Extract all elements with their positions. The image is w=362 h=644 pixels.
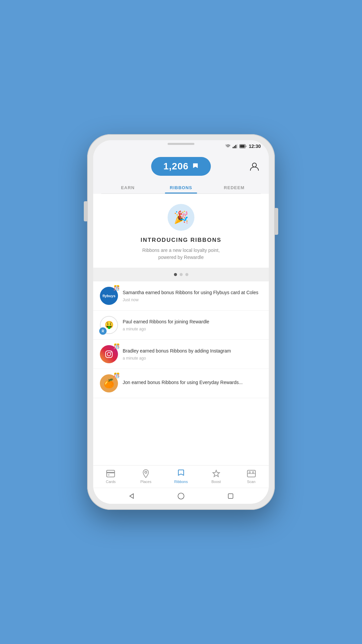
svg-rect-11 xyxy=(107,472,115,473)
svg-rect-21 xyxy=(228,494,233,498)
activity-item: 🍊 🎊 Jon earned bonus Ribbons for using E… xyxy=(93,369,269,398)
nav-places[interactable]: Places xyxy=(136,469,156,484)
wifi-icon xyxy=(225,144,231,148)
dot-2 xyxy=(180,273,183,276)
tab-bar: EARN RIBBONS REDEEM xyxy=(101,181,261,194)
rewardle-avatar: 🤑 R xyxy=(100,316,118,334)
bonus-emoji-3: 🎊 xyxy=(113,343,120,350)
activity-time-3: a minute ago xyxy=(123,356,262,361)
bottom-nav: Cards Places Ribbons xyxy=(93,465,269,488)
points-value: 1,206 xyxy=(163,161,188,172)
cards-icon xyxy=(106,469,115,478)
activity-text-1: Samantha earned bonus Ribbons for using … xyxy=(123,289,262,302)
activity-time-1: Just now xyxy=(123,298,262,302)
battery-icon xyxy=(239,144,247,148)
intro-title: INTRODUCING RIBBONS xyxy=(140,237,221,244)
activity-item: 🎊 Bradley earned bonus Ribbons by adding… xyxy=(93,340,269,369)
scan-icon xyxy=(247,469,256,478)
svg-rect-10 xyxy=(107,470,115,477)
svg-rect-2 xyxy=(235,145,236,148)
instagram-avatar: 🎊 xyxy=(100,345,118,363)
tab-ribbons[interactable]: RIBBONS xyxy=(155,181,208,194)
svg-rect-17 xyxy=(249,472,250,473)
instagram-logo xyxy=(104,350,114,359)
activity-message-3: Bradley earned bonus Ribbons by adding I… xyxy=(123,348,262,355)
activity-item: 🤑 R Paul earned Ribbons for joining Rewa… xyxy=(93,311,269,340)
activity-text-2: Paul earned Ribbons for joining Rewardle… xyxy=(123,319,262,331)
places-label: Places xyxy=(140,480,152,484)
svg-rect-5 xyxy=(240,145,245,148)
intro-card: 🎉 INTRODUCING RIBBONS Ribbons are a new … xyxy=(93,194,269,268)
activity-list: flybuys 🎊 Samantha earned bonus Ribbons … xyxy=(93,281,269,465)
back-button[interactable] xyxy=(127,491,136,501)
activity-item: flybuys 🎊 Samantha earned bonus Ribbons … xyxy=(93,281,269,311)
activity-text-4: Jon earned bonus Ribbons for using Every… xyxy=(123,379,262,387)
ribbon-flag-icon xyxy=(192,163,199,170)
nav-boost[interactable]: Boost xyxy=(206,469,226,484)
activity-time-2: a minute ago xyxy=(123,327,262,331)
bonus-emoji-4: 🎊 xyxy=(113,372,120,379)
status-time: 12:30 xyxy=(249,144,261,149)
activity-message-2: Paul earned Ribbons for joining Rewardle xyxy=(123,319,262,325)
speaker xyxy=(168,143,194,145)
nav-scan[interactable]: Scan xyxy=(241,469,261,484)
flybuys-avatar: flybuys 🎊 xyxy=(100,287,118,305)
svg-point-8 xyxy=(107,353,111,356)
places-icon xyxy=(141,469,150,478)
recents-button[interactable] xyxy=(226,491,235,501)
svg-point-13 xyxy=(145,471,147,473)
intro-icon-circle: 🎉 xyxy=(168,204,194,231)
everyday-avatar: 🍊 🎊 xyxy=(100,374,118,392)
android-nav xyxy=(93,488,269,504)
svg-rect-0 xyxy=(233,147,234,148)
signal-icon xyxy=(233,144,237,148)
svg-rect-12 xyxy=(108,475,110,475)
profile-icon xyxy=(249,161,260,172)
main-content: 🎉 INTRODUCING RIBBONS Ribbons are a new … xyxy=(93,194,269,465)
svg-point-20 xyxy=(178,493,184,499)
activity-message-4: Jon earned bonus Ribbons for using Every… xyxy=(123,379,262,386)
tab-earn[interactable]: EARN xyxy=(101,181,155,194)
header-top: 1,206 xyxy=(101,157,261,176)
boost-icon xyxy=(212,469,221,478)
boost-label: Boost xyxy=(212,480,221,484)
svg-rect-18 xyxy=(252,472,254,473)
profile-button[interactable] xyxy=(248,160,261,173)
svg-point-9 xyxy=(111,352,112,353)
home-button[interactable] xyxy=(176,491,186,501)
status-bar: 12:30 xyxy=(93,140,269,152)
svg-rect-3 xyxy=(237,144,237,148)
points-badge: 1,206 xyxy=(151,157,210,176)
nav-ribbons[interactable]: Ribbons xyxy=(171,469,191,484)
svg-point-6 xyxy=(252,163,256,167)
phone-screen: 12:30 1,206 xyxy=(93,140,269,504)
carousel-dots xyxy=(93,268,269,281)
nav-cards[interactable]: Cards xyxy=(101,469,121,484)
ribbons-icon xyxy=(176,469,186,478)
cards-label: Cards xyxy=(106,480,116,484)
intro-description: Ribbons are a new local loyalty point,po… xyxy=(142,247,220,261)
svg-rect-1 xyxy=(234,146,235,148)
activity-text-3: Bradley earned bonus Ribbons by adding I… xyxy=(123,348,262,361)
dot-3 xyxy=(185,273,188,276)
activity-message-1: Samantha earned bonus Ribbons for using … xyxy=(123,289,262,296)
svg-marker-14 xyxy=(213,470,220,477)
scan-label: Scan xyxy=(247,480,255,484)
ribbons-label: Ribbons xyxy=(174,480,188,484)
party-popper-icon: 🎉 xyxy=(174,210,189,224)
tab-redeem[interactable]: REDEEM xyxy=(207,181,261,194)
dot-1 xyxy=(174,273,177,276)
svg-marker-19 xyxy=(130,494,133,498)
header: 1,206 EARN RIBBONS REDEEM xyxy=(93,152,269,194)
phone-frame: 12:30 1,206 xyxy=(87,134,275,510)
bonus-emoji-1: 🎊 xyxy=(113,285,120,291)
